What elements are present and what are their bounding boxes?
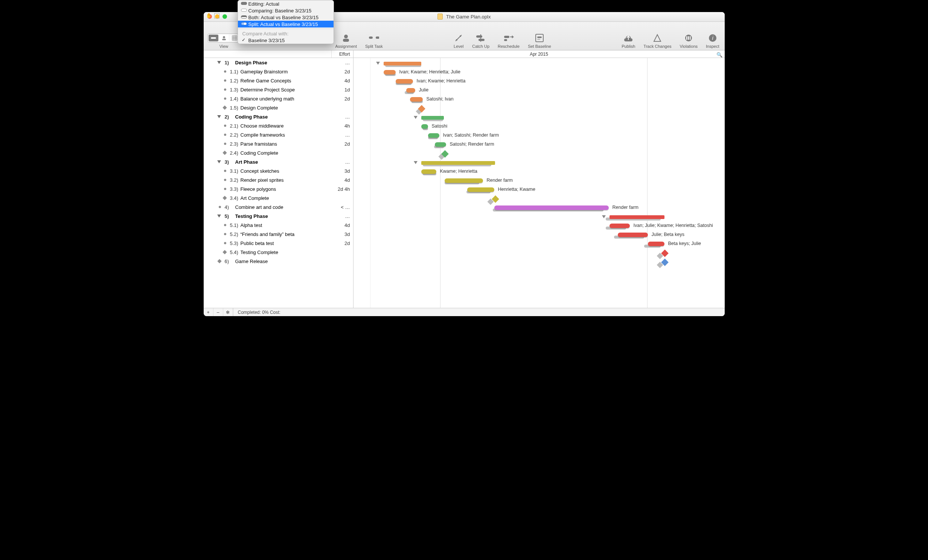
- summary-bar[interactable]: [384, 62, 421, 66]
- summary-disclosure-icon[interactable]: [414, 116, 418, 119]
- set-baseline-tool[interactable]: Set Baseline: [528, 33, 551, 49]
- add-button[interactable]: +: [204, 308, 214, 316]
- task-bar[interactable]: [445, 179, 483, 183]
- summary-bar[interactable]: [421, 116, 444, 120]
- violations-tool[interactable]: Violations: [680, 33, 698, 49]
- outline-toggle-icon[interactable]: [214, 13, 220, 18]
- level-tool[interactable]: Level: [453, 33, 464, 49]
- summary-bar[interactable]: [421, 161, 495, 165]
- task-bar[interactable]: [421, 124, 428, 129]
- gantt-track[interactable]: Satoshi; Render farm: [354, 140, 725, 149]
- task-row[interactable]: 3) Art Phase…: [204, 157, 353, 166]
- track-changes-tool[interactable]: Track Changes: [643, 33, 671, 49]
- reschedule-tool[interactable]: Reschedule: [498, 33, 519, 49]
- task-row[interactable]: 1.4) Balance underlying math2d: [204, 94, 353, 103]
- task-bar[interactable]: [421, 169, 437, 174]
- summary-bar[interactable]: [609, 215, 664, 219]
- gantt-track[interactable]: Henrietta; Kwame: [354, 185, 725, 194]
- menu-split[interactable]: ✓Split: Actual vs Baseline 3/23/15: [238, 21, 334, 27]
- task-bar[interactable]: [406, 88, 415, 93]
- task-row[interactable]: 5.2) “Friends and family” beta3d: [204, 230, 353, 239]
- task-row[interactable]: 1.2) Refine Game Concepts4d: [204, 76, 353, 85]
- gantt-track[interactable]: [354, 149, 725, 158]
- disclosure-triangle-icon[interactable]: [217, 61, 221, 64]
- task-row[interactable]: 2.4) Coding Complete: [204, 148, 353, 157]
- task-row[interactable]: 2) Coding Phase…: [204, 112, 353, 121]
- summary-disclosure-icon[interactable]: [376, 62, 380, 65]
- gantt-track[interactable]: [354, 104, 725, 113]
- task-row[interactable]: 5.1) Alpha test4d: [204, 221, 353, 230]
- task-bar[interactable]: [648, 242, 664, 246]
- gantt-track[interactable]: Render farm: [354, 203, 725, 212]
- task-row[interactable]: 2.1) Choose middleware4h: [204, 121, 353, 130]
- gantt-track[interactable]: Ivan; Satoshi; Render farm: [354, 131, 725, 140]
- task-bar[interactable]: [384, 70, 396, 75]
- task-row[interactable]: 1) Design Phase…: [204, 58, 353, 67]
- title-column-header[interactable]: [204, 50, 332, 58]
- task-outline[interactable]: 1) Design Phase…1.1) Gameplay Brainstorm…: [204, 58, 354, 308]
- inspect-tool[interactable]: i Inspect: [706, 33, 719, 49]
- task-bar[interactable]: [410, 97, 423, 102]
- task-bar[interactable]: [609, 224, 630, 228]
- task-bar[interactable]: [494, 206, 609, 210]
- task-row[interactable]: 5) Testing Phase…: [204, 212, 353, 221]
- seg-btn-resource[interactable]: [219, 35, 229, 41]
- task-bar[interactable]: [618, 233, 648, 237]
- remove-button[interactable]: –: [214, 308, 223, 316]
- split-task-tool[interactable]: Split Task: [365, 33, 383, 49]
- gantt-track[interactable]: Beta keys; Julie: [354, 240, 725, 249]
- task-row[interactable]: 2.2) Compile frameworks…: [204, 130, 353, 139]
- catch-up-tool[interactable]: Catch Up: [472, 33, 489, 49]
- task-row[interactable]: 3.3) Fleece polygons2d 4h: [204, 185, 353, 194]
- task-bar[interactable]: [467, 188, 494, 192]
- task-row[interactable]: 3.4) Art Complete: [204, 194, 353, 203]
- gantt-track[interactable]: [354, 212, 725, 221]
- zoom-icon[interactable]: 🔍: [716, 51, 722, 59]
- task-row[interactable]: 4) Combine art and code< …: [204, 203, 353, 212]
- gantt-track[interactable]: [354, 249, 725, 258]
- task-row[interactable]: 3.2) Render pixel sprites4d: [204, 175, 353, 185]
- gantt-track[interactable]: Kwame; Henrietta: [354, 167, 725, 176]
- disclosure-triangle-icon[interactable]: [217, 115, 221, 118]
- gantt-chart[interactable]: Ivan; Kwame; Henrietta; JulieIvan; Kwame…: [354, 58, 725, 308]
- gantt-track[interactable]: Satoshi; Ivan: [354, 95, 725, 104]
- timeline-header[interactable]: Apr 2015 🔍: [354, 50, 725, 58]
- gantt-track[interactable]: Ivan; Julie; Kwame; Henrietta; Satoshi: [354, 221, 725, 230]
- gantt-track[interactable]: Ivan; Kwame; Henrietta: [354, 77, 725, 86]
- task-bar[interactable]: [435, 142, 446, 147]
- view-segmented[interactable]: [208, 34, 241, 43]
- task-row[interactable]: 2.3) Parse framistans2d: [204, 139, 353, 148]
- disclosure-triangle-icon[interactable]: [217, 160, 221, 163]
- action-menu-button[interactable]: ✻: [223, 308, 233, 316]
- task-bar[interactable]: [396, 79, 413, 84]
- gantt-track[interactable]: Satoshi: [354, 122, 725, 131]
- seg-btn-baseline[interactable]: [209, 35, 218, 41]
- task-row[interactable]: 6) Game Release: [204, 257, 353, 266]
- task-row[interactable]: 5.4) Testing Complete: [204, 248, 353, 257]
- gantt-track[interactable]: [354, 59, 725, 68]
- hand-tool-icon[interactable]: ✋: [206, 13, 212, 18]
- menu-both[interactable]: Both: Actual vs Baseline 3/23/15: [238, 14, 334, 21]
- task-bar[interactable]: [428, 133, 440, 138]
- gantt-track[interactable]: [354, 158, 725, 167]
- gantt-track[interactable]: Julie; Beta keys: [354, 230, 725, 240]
- menu-editing[interactable]: Editing: Actual: [238, 0, 334, 7]
- gantt-track[interactable]: [354, 194, 725, 203]
- menu-comparing[interactable]: Comparing: Baseline 3/23/15: [238, 7, 334, 14]
- gantt-track[interactable]: Render farm: [354, 176, 725, 185]
- summary-disclosure-icon[interactable]: [414, 161, 418, 164]
- gantt-track[interactable]: [354, 113, 725, 122]
- task-row[interactable]: 5.3) Public beta test2d: [204, 239, 353, 248]
- menu-baseline-item[interactable]: ✓Baseline 3/23/15: [238, 37, 334, 44]
- summary-disclosure-icon[interactable]: [602, 215, 606, 218]
- gantt-track[interactable]: [354, 258, 725, 267]
- gantt-track[interactable]: Ivan; Kwame; Henrietta; Julie: [354, 68, 725, 77]
- task-row[interactable]: 1.1) Gameplay Brainstorm2d: [204, 67, 353, 76]
- effort-column-header[interactable]: Effort: [332, 50, 354, 58]
- task-row[interactable]: 1.5) Design Complete: [204, 103, 353, 112]
- task-row[interactable]: 1.3) Determine Project Scope1d: [204, 85, 353, 94]
- assignment-tool[interactable]: Assignment: [336, 33, 357, 49]
- disclosure-triangle-icon[interactable]: [217, 215, 221, 218]
- publish-tool[interactable]: Publish: [621, 33, 635, 49]
- task-row[interactable]: 3.1) Concept sketches3d: [204, 166, 353, 175]
